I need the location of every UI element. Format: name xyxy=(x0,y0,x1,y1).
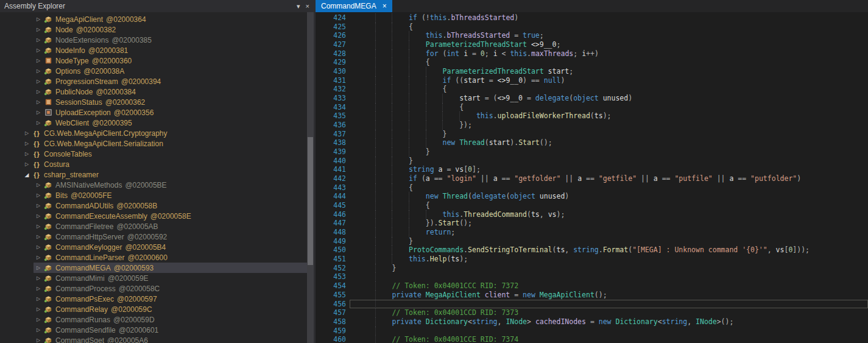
code-line[interactable]: 455 private MegaApiClient client = new M… xyxy=(316,291,868,300)
expand-arrow-icon[interactable]: ▷ xyxy=(34,338,43,343)
code-line[interactable]: 433 start = (<>9__0 = delegate(object un… xyxy=(316,94,868,103)
expand-arrow-icon[interactable]: ▷ xyxy=(34,120,43,126)
expand-arrow-icon[interactable]: ▷ xyxy=(34,317,43,322)
code-line[interactable]: 450 ProtoCommands.SendStringToTerminal(t… xyxy=(316,246,868,255)
tree-item-CommandKeylogger[interactable]: ▷CommandKeylogger@020005B4 xyxy=(34,242,307,252)
code-line[interactable]: 452 } xyxy=(316,264,868,273)
code-line[interactable]: 427 ParameterizedThreadStart <>9__0; xyxy=(316,40,868,49)
tab-commandmega[interactable]: CommandMEGA × xyxy=(316,0,392,12)
code-line[interactable]: 449 } xyxy=(316,237,868,246)
expand-arrow-icon[interactable]: ▷ xyxy=(34,327,43,333)
code-line[interactable]: 453 xyxy=(316,272,868,281)
tree-item-AMSINativeMethods[interactable]: ▷AMSINativeMethods@020005BE xyxy=(34,180,307,190)
code-line[interactable]: 451 this.Help(ts); xyxy=(316,255,868,264)
code-line[interactable]: 426 this.bThreadsStarted = true; xyxy=(316,31,868,40)
code-line[interactable]: 459 xyxy=(316,327,868,336)
code-line[interactable]: 446 this.ThreadedCommand(ts, vs); xyxy=(316,210,868,219)
code-line[interactable]: 429 { xyxy=(316,58,868,67)
code-line[interactable]: 457 // Token: 0x04001CCD RID: 7373 xyxy=(316,308,868,317)
code-line[interactable]: 430 ParameterizedThreadStart start; xyxy=(316,67,868,76)
tree-item-MegaApiClient[interactable]: ▷MegaApiClient@02000364 xyxy=(34,14,307,24)
code-line[interactable]: 432 { xyxy=(316,85,868,94)
tree-item-CommandRelay[interactable]: ▷CommandRelay@0200059C xyxy=(34,304,307,314)
expand-arrow-icon[interactable]: ▷ xyxy=(34,296,43,302)
tree-item-CommandADUtils[interactable]: ▷CommandADUtils@0200058B xyxy=(34,200,307,211)
tree-item-NodeType[interactable]: ▷NodeType@02000360 xyxy=(34,55,307,66)
tree-item-CommandSget[interactable]: ▷CommandSget@020005A6 xyxy=(34,335,307,343)
expand-arrow-icon[interactable]: ▷ xyxy=(22,141,32,146)
expand-arrow-icon[interactable]: ▷ xyxy=(34,99,43,105)
tree-item-UploadException[interactable]: ▷UploadException@02000356 xyxy=(34,107,307,118)
tree-item-PublicNode[interactable]: ▷PublicNode@02000384 xyxy=(34,87,307,97)
expand-arrow-icon[interactable]: ▷ xyxy=(34,244,43,250)
expand-arrow-icon[interactable]: ▷ xyxy=(34,182,43,188)
expand-arrow-icon[interactable]: ▷ xyxy=(34,48,43,53)
code-line[interactable]: 443 { xyxy=(316,183,868,193)
expand-arrow-icon[interactable]: ▷ xyxy=(22,161,32,167)
tree-item-CommandPsExec[interactable]: ▷CommandPsExec@02000597 xyxy=(34,294,307,304)
expand-arrow-icon[interactable]: ▷ xyxy=(34,58,43,63)
expand-arrow-icon[interactable]: ▷ xyxy=(34,224,43,229)
expand-arrow-icon[interactable]: ▷ xyxy=(34,275,43,281)
code-line[interactable]: 428 for (int i = 0; i < this.maxThreads;… xyxy=(316,49,868,58)
code-line[interactable]: 440 } xyxy=(316,157,868,166)
code-line[interactable]: 435 this.uploadFileWorkerThread(ts); xyxy=(316,111,868,121)
scrollbar-thumb[interactable] xyxy=(308,137,313,265)
tree-item-Bits[interactable]: ▷Bits@020005FE xyxy=(34,190,307,200)
code-line[interactable]: 442 if (a == "login" || a == "getfolder"… xyxy=(316,174,868,183)
tree-item-CommandProcess[interactable]: ▷CommandProcess@0200058C xyxy=(34,283,307,294)
code-line[interactable]: 458 private Dictionary<string, INode> ca… xyxy=(316,317,868,327)
tab-close-icon[interactable]: × xyxy=(383,2,387,10)
code-line[interactable]: 436 }); xyxy=(316,121,868,130)
code-line[interactable]: 439 } xyxy=(316,147,868,157)
tree-item-Options[interactable]: ▷Options@0200038A xyxy=(34,66,307,76)
expand-arrow-icon[interactable]: ▷ xyxy=(34,234,43,239)
tree-item-NodeExtensions[interactable]: ▷NodeExtensions@02000385 xyxy=(34,35,307,45)
expand-arrow-icon[interactable]: ▷ xyxy=(34,110,43,115)
code-line[interactable]: 460 // Token: 0x04001CCE RID: 7374 xyxy=(316,335,868,343)
expand-arrow-icon[interactable]: ▷ xyxy=(34,306,43,312)
tree-item-csharp_streamer[interactable]: ◢{}csharp_streamer xyxy=(22,169,307,180)
tree-item-NodeInfo[interactable]: ▷NodeInfo@02000381 xyxy=(34,45,307,55)
expand-arrow-icon[interactable]: ▷ xyxy=(34,27,43,32)
tree-item-CommandRunas[interactable]: ▷CommandRunas@0200059D xyxy=(34,314,307,325)
expand-arrow-icon[interactable]: ▷ xyxy=(34,286,43,291)
tree-item-Costura[interactable]: ▷{}Costura xyxy=(22,159,307,169)
code-line[interactable]: 425 { xyxy=(316,23,868,32)
code-line[interactable]: 445 { xyxy=(316,201,868,210)
expand-arrow-icon[interactable]: ▷ xyxy=(34,16,43,22)
tree-item-CommandFiletree[interactable]: ▷CommandFiletree@020005AB xyxy=(34,221,307,232)
tree-item-CommandMimi[interactable]: ▷CommandMimi@0200059E xyxy=(34,273,307,283)
expand-arrow-icon[interactable]: ▷ xyxy=(34,37,43,43)
code-line[interactable]: 434 { xyxy=(316,103,868,112)
code-line[interactable]: 437 } xyxy=(316,130,868,139)
expand-arrow-icon[interactable]: ▷ xyxy=(34,193,43,198)
tree-scrollbar[interactable] xyxy=(307,12,314,343)
tree-item-CommandLineParser[interactable]: ▷CommandLineParser@02000600 xyxy=(34,252,307,263)
tree-item-CG.Web.MegaApiClient.Serialization[interactable]: ▷{}CG.Web.MegaApiClient.Serialization xyxy=(22,138,307,149)
expand-arrow-icon[interactable]: ▷ xyxy=(22,151,32,157)
close-icon[interactable]: × xyxy=(306,0,309,12)
tree-item-CG.Web.MegaApiClient.Cryptography[interactable]: ▷{}CG.Web.MegaApiClient.Cryptography xyxy=(22,128,307,138)
tree-item-SessionStatus[interactable]: ▷SessionStatus@02000362 xyxy=(34,97,307,107)
expand-arrow-icon[interactable]: ▷ xyxy=(34,89,43,94)
window-position-icon[interactable]: ▾ xyxy=(297,0,300,12)
expand-arrow-icon[interactable]: ▷ xyxy=(34,68,43,74)
code-line[interactable]: 447 }).Start(); xyxy=(316,219,868,228)
tree-item-CommandHttpServer[interactable]: ▷CommandHttpServer@02000592 xyxy=(34,232,307,242)
tree-item-ProgressionStream[interactable]: ▷ProgressionStream@02000394 xyxy=(34,76,307,87)
tree-item-CommandExecuteAssembly[interactable]: ▷CommandExecuteAssembly@0200058E xyxy=(34,211,307,221)
code-line[interactable]: 456 xyxy=(316,300,868,309)
expand-arrow-icon[interactable]: ▷ xyxy=(22,130,32,136)
code-line[interactable]: 441 string a = vs[0]; xyxy=(316,165,868,174)
tree-item-WebClient[interactable]: ▷WebClient@02000395 xyxy=(34,118,307,128)
tree-item-Node[interactable]: ▷Node@02000382 xyxy=(34,24,307,35)
code-line[interactable]: 424 if (!this.bThreadsStarted) xyxy=(316,13,868,23)
code-line[interactable]: 454 // Token: 0x04001CCC RID: 7372 xyxy=(316,281,868,291)
code-line[interactable]: 431 if ((start = <>9__0) == null) xyxy=(316,76,868,85)
tree-item-ConsoleTables[interactable]: ▷{}ConsoleTables xyxy=(22,149,307,159)
expand-arrow-icon[interactable]: ▷ xyxy=(34,79,43,84)
code-line[interactable]: 438 new Thread(start).Start(); xyxy=(316,138,868,147)
tree-item-CommandMEGA[interactable]: ▷CommandMEGA@02000593 xyxy=(34,263,307,273)
code-line[interactable]: 448 return; xyxy=(316,228,868,237)
